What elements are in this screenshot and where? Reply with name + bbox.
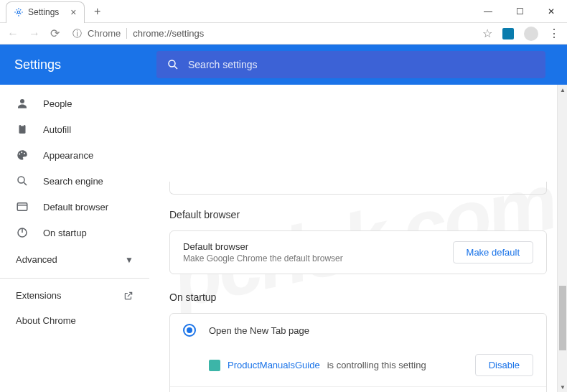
address-bar: ← → ⟳ ⓘ Chrome chrome://settings ☆ ⋮ <box>0 23 567 45</box>
browser-icon <box>16 200 29 213</box>
url-field[interactable]: ⓘ Chrome chrome://settings <box>70 27 472 40</box>
sidebar-item-people[interactable]: People <box>0 90 149 116</box>
window-controls: — ☐ ✕ <box>472 0 567 23</box>
svg-point-3 <box>20 99 24 103</box>
maximize-button[interactable]: ☐ <box>504 0 535 23</box>
svg-point-9 <box>18 177 24 183</box>
svg-rect-5 <box>21 124 24 126</box>
radio-selected-icon[interactable] <box>183 324 196 337</box>
back-button[interactable]: ← <box>7 27 19 40</box>
sidebar-item-on-startup[interactable]: On startup <box>0 220 149 246</box>
sidebar-about[interactable]: About Chrome <box>0 308 149 333</box>
extension-tail-text: is controlling this setting <box>327 360 468 370</box>
close-window-button[interactable]: ✕ <box>535 0 567 23</box>
extension-link[interactable]: ProductManualsGuide <box>228 360 320 370</box>
sidebar-advanced-toggle[interactable]: Advanced ▼ <box>0 246 149 274</box>
svg-line-10 <box>24 182 27 185</box>
svg-point-0 <box>17 11 20 14</box>
search-icon <box>167 58 179 71</box>
tab-title: Settings <box>28 7 59 17</box>
browser-tab[interactable]: Settings × <box>6 1 85 23</box>
forward-button[interactable]: → <box>29 27 40 40</box>
sidebar-item-label: People <box>43 98 72 109</box>
sidebar-item-label: Autofill <box>43 124 71 135</box>
sidebar-item-appearance[interactable]: Appearance <box>0 142 149 168</box>
default-browser-label: Default browser <box>183 241 453 252</box>
radio-label: Open the New Tab page <box>209 325 533 336</box>
kebab-menu-icon[interactable]: ⋮ <box>548 27 560 40</box>
main-panel: pcrisk.com Default browser Default brows… <box>149 85 567 392</box>
svg-rect-4 <box>19 125 26 134</box>
svg-point-1 <box>169 60 175 67</box>
extension-thumb-icon <box>209 360 220 371</box>
open-external-icon <box>123 291 133 301</box>
section-title-default-browser: Default browser <box>169 209 547 220</box>
extension-controlling-row: ProductManualsGuide is controlling this … <box>170 347 546 386</box>
sidebar-extensions[interactable]: Extensions <box>0 283 149 308</box>
about-label: About Chrome <box>16 315 76 326</box>
close-tab-icon[interactable]: × <box>70 6 76 18</box>
divider <box>0 278 149 279</box>
svg-line-2 <box>174 66 177 69</box>
startup-card: Open the New Tab page ProductManualsGuid… <box>169 313 547 392</box>
search-field-wrap[interactable] <box>156 51 545 78</box>
startup-option-continue[interactable]: Continue where you left off <box>170 386 546 392</box>
svg-point-7 <box>21 151 22 153</box>
url-text: chrome://settings <box>133 28 204 39</box>
sidebar-item-label: Appearance <box>43 150 93 161</box>
new-tab-button[interactable]: + <box>90 5 105 18</box>
search-icon <box>16 174 29 187</box>
startup-option-new-tab[interactable]: Open the New Tab page <box>170 314 546 347</box>
chevron-down-icon: ▼ <box>125 255 133 265</box>
reload-button[interactable]: ⟳ <box>50 27 60 40</box>
sidebar-item-search-engine[interactable]: Search engine <box>0 168 149 194</box>
power-icon <box>16 226 29 239</box>
search-input[interactable] <box>188 59 535 70</box>
sidebar-item-label: Default browser <box>43 202 108 213</box>
default-browser-sub: Make Google Chrome the default browser <box>183 253 453 263</box>
sidebar-item-default-browser[interactable]: Default browser <box>0 194 149 220</box>
content-area: People Autofill Appearance Search engine… <box>0 85 567 392</box>
toolbar-right: ☆ ⋮ <box>482 27 560 41</box>
svg-point-6 <box>19 154 20 155</box>
scroll-thumb[interactable] <box>559 286 566 350</box>
scroll-up-icon[interactable]: ▲ <box>558 85 567 95</box>
disable-button[interactable]: Disable <box>475 354 533 376</box>
palette-icon <box>16 149 29 162</box>
extensions-label: Extensions <box>16 290 62 301</box>
person-icon <box>16 97 29 110</box>
card-stub <box>169 182 547 195</box>
section-title-startup: On startup <box>169 291 547 303</box>
make-default-button[interactable]: Make default <box>453 241 533 263</box>
star-icon[interactable]: ☆ <box>482 27 492 40</box>
svg-rect-11 <box>17 203 27 211</box>
svg-point-8 <box>24 153 25 154</box>
chrome-label: Chrome <box>88 28 127 39</box>
minimize-button[interactable]: — <box>472 0 504 23</box>
gear-icon <box>14 7 24 17</box>
sidebar-item-label: Search engine <box>43 176 103 187</box>
default-browser-card: Default browser Make Google Chrome the d… <box>169 230 547 274</box>
profile-avatar[interactable] <box>524 27 538 41</box>
clipboard-icon <box>16 123 29 136</box>
sidebar-item-label: On startup <box>43 228 87 238</box>
vertical-scrollbar[interactable]: ▲ ▼ <box>557 85 567 392</box>
extension-badge-icon[interactable] <box>502 28 514 39</box>
scroll-down-icon[interactable]: ▼ <box>558 382 567 392</box>
window-titlebar: Settings × + — ☐ ✕ <box>0 0 567 23</box>
info-icon: ⓘ <box>72 27 82 40</box>
sidebar: People Autofill Appearance Search engine… <box>0 85 149 392</box>
sidebar-item-autofill[interactable]: Autofill <box>0 116 149 142</box>
advanced-label: Advanced <box>16 254 57 265</box>
settings-header: Settings <box>0 45 567 85</box>
page-title: Settings <box>14 57 142 73</box>
